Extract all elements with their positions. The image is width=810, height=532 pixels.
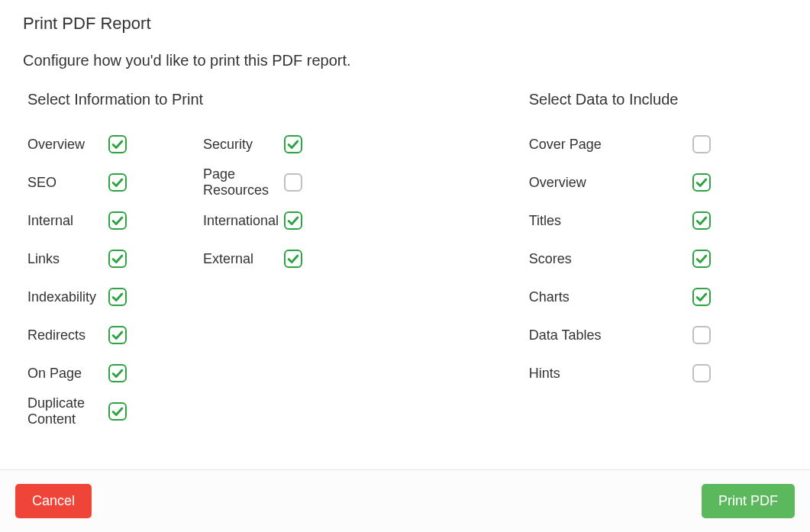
checkbox-overview[interactable] <box>108 135 127 153</box>
cancel-button[interactable]: Cancel <box>15 484 92 518</box>
option-row-seo: SEO <box>27 163 203 202</box>
option-row-internal: Internal <box>27 202 203 240</box>
checkbox-titles[interactable] <box>692 211 711 230</box>
option-label-external: External <box>203 251 253 267</box>
option-row-data-tables: Data Tables <box>529 316 787 354</box>
option-row-on-page: On Page <box>27 354 203 392</box>
section-data: Select Data to Include Cover PageOvervie… <box>529 91 787 430</box>
modal-footer: Cancel Print PDF <box>0 469 810 532</box>
modal-title: Print PDF Report <box>23 14 787 34</box>
info-col-1: OverviewSEOInternalLinksIndexabilityRedi… <box>27 125 203 430</box>
option-row-duplicate-content: Duplicate Content <box>27 392 203 430</box>
checkbox-data-tables[interactable] <box>692 326 711 344</box>
modal-subtitle: Configure how you'd like to print this P… <box>23 52 787 69</box>
option-label-security: Security <box>203 137 253 153</box>
option-label-international: International <box>203 213 279 229</box>
option-row-charts: Charts <box>529 278 787 316</box>
info-col-2: SecurityPage ResourcesInternationalExter… <box>203 125 379 430</box>
print-pdf-button[interactable]: Print PDF <box>702 484 795 518</box>
option-label-duplicate-content: Duplicate Content <box>27 395 108 427</box>
checkbox-page-resources[interactable] <box>284 173 302 192</box>
option-row-cover-page: Cover Page <box>529 125 787 163</box>
data-col: Cover PageOverviewTitlesScoresChartsData… <box>529 125 787 392</box>
option-row-page-resources: Page Resources <box>203 163 379 202</box>
option-row-indexability: Indexability <box>27 278 203 316</box>
option-label-cover-page: Cover Page <box>529 137 602 153</box>
option-label-hints: Hints <box>529 366 560 382</box>
option-label-overview-data: Overview <box>529 175 586 191</box>
option-label-data-tables: Data Tables <box>529 327 602 343</box>
option-row-titles: Titles <box>529 202 787 240</box>
option-row-overview: Overview <box>27 125 203 163</box>
checkbox-scores[interactable] <box>692 250 711 268</box>
option-row-links: Links <box>27 240 203 278</box>
checkbox-security[interactable] <box>284 135 302 153</box>
checkbox-charts[interactable] <box>692 288 711 306</box>
option-label-redirects: Redirects <box>27 327 86 343</box>
section-info: Select Information to Print OverviewSEOI… <box>27 91 529 430</box>
option-label-links: Links <box>27 251 60 267</box>
section-data-title: Select Data to Include <box>529 91 787 108</box>
checkbox-hints[interactable] <box>692 364 711 382</box>
checkbox-duplicate-content[interactable] <box>108 402 127 421</box>
option-label-titles: Titles <box>529 213 561 229</box>
option-label-indexability: Indexability <box>27 289 96 305</box>
option-label-page-resources: Page Resources <box>203 166 284 198</box>
checkbox-overview-data[interactable] <box>692 173 711 192</box>
option-label-overview: Overview <box>27 137 85 153</box>
option-row-international: International <box>203 202 379 240</box>
option-row-redirects: Redirects <box>27 316 203 354</box>
option-label-seo: SEO <box>27 175 56 191</box>
option-label-charts: Charts <box>529 289 570 305</box>
option-row-overview-data: Overview <box>529 163 787 202</box>
checkbox-external[interactable] <box>284 250 302 268</box>
checkbox-internal[interactable] <box>108 211 127 230</box>
checkbox-links[interactable] <box>108 250 127 268</box>
checkbox-seo[interactable] <box>108 173 127 192</box>
checkbox-redirects[interactable] <box>108 326 127 344</box>
option-label-on-page: On Page <box>27 366 82 382</box>
option-row-hints: Hints <box>529 354 787 392</box>
option-row-external: External <box>203 240 379 278</box>
option-row-scores: Scores <box>529 240 787 278</box>
section-info-title: Select Information to Print <box>27 91 529 108</box>
option-row-security: Security <box>203 125 379 163</box>
checkbox-cover-page[interactable] <box>692 135 711 153</box>
checkbox-on-page[interactable] <box>108 364 127 382</box>
option-label-scores: Scores <box>529 251 572 267</box>
checkbox-indexability[interactable] <box>108 288 127 306</box>
option-label-internal: Internal <box>27 213 73 229</box>
checkbox-international[interactable] <box>284 211 302 230</box>
